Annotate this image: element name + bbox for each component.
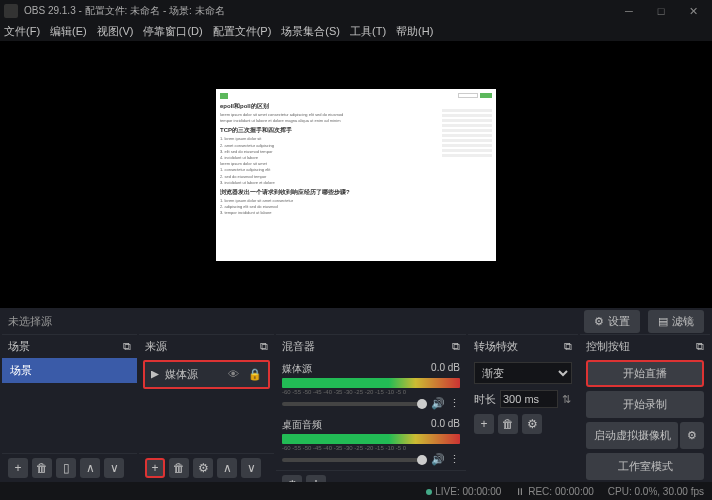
status-live: LIVE: 00:00:00 bbox=[426, 486, 501, 497]
volume-slider[interactable] bbox=[282, 402, 427, 406]
mixer-popout-icon[interactable]: ⧉ bbox=[452, 340, 460, 353]
virtual-camera-settings-button[interactable]: ⚙ bbox=[680, 422, 704, 449]
menu-profile[interactable]: 配置文件(P) bbox=[213, 24, 272, 39]
virtual-camera-button[interactable]: 启动虚拟摄像机 bbox=[586, 422, 678, 449]
preview-source[interactable]: epoll和poll的区别 lorem ipsum dolor sit amet… bbox=[216, 89, 496, 261]
close-button[interactable]: ✕ bbox=[686, 4, 700, 18]
minimize-button[interactable]: ─ bbox=[622, 4, 636, 18]
source-settings-button[interactable]: ⚙设置 bbox=[584, 310, 640, 333]
source-item[interactable]: 媒体源 👁 🔒 bbox=[143, 360, 270, 389]
source-properties-button[interactable]: ⚙ bbox=[193, 458, 213, 478]
transitions-title: 转场特效 bbox=[474, 339, 518, 354]
scenes-popout-icon[interactable]: ⧉ bbox=[123, 340, 131, 353]
scene-up-button[interactable]: ∧ bbox=[80, 458, 100, 478]
selection-label: 未选择源 bbox=[8, 314, 52, 329]
transition-settings-button[interactable]: ⚙ bbox=[522, 414, 542, 434]
mixer-channel: 桌面音频0.0 dB -60 -55 -50 -45 -40 -35 -30 -… bbox=[276, 414, 466, 470]
spinner-icon[interactable]: ⇅ bbox=[562, 393, 571, 406]
filter-icon: ▤ bbox=[658, 315, 668, 328]
mixer-meter bbox=[282, 378, 460, 388]
speaker-icon[interactable]: 🔊 bbox=[431, 453, 445, 466]
speaker-icon[interactable]: 🔊 bbox=[431, 397, 445, 410]
mixer-db: 0.0 dB bbox=[431, 418, 460, 432]
controls-title: 控制按钮 bbox=[586, 339, 630, 354]
controls-popout-icon[interactable]: ⧉ bbox=[696, 340, 704, 353]
scene-filter-button[interactable]: ▯ bbox=[56, 458, 76, 478]
status-rec: ⏸ REC: 00:00:00 bbox=[515, 486, 593, 497]
duration-input[interactable] bbox=[500, 390, 558, 408]
scenes-title: 场景 bbox=[8, 339, 30, 354]
mixer-menu-icon[interactable]: ⋮ bbox=[449, 397, 460, 410]
menu-file[interactable]: 文件(F) bbox=[4, 24, 40, 39]
menu-view[interactable]: 视图(V) bbox=[97, 24, 134, 39]
source-up-button[interactable]: ∧ bbox=[217, 458, 237, 478]
transition-type-select[interactable]: 渐变 bbox=[474, 362, 572, 384]
source-add-button[interactable]: + bbox=[145, 458, 165, 478]
source-name-label: 媒体源 bbox=[165, 367, 222, 382]
transition-add-button[interactable]: + bbox=[474, 414, 494, 434]
mixer-menu-icon[interactable]: ⋮ bbox=[449, 453, 460, 466]
volume-slider[interactable] bbox=[282, 458, 427, 462]
media-source-icon bbox=[151, 371, 159, 379]
sources-title: 来源 bbox=[145, 339, 167, 354]
scene-item[interactable]: 场景 bbox=[2, 358, 137, 383]
menu-edit[interactable]: 编辑(E) bbox=[50, 24, 87, 39]
menu-help[interactable]: 帮助(H) bbox=[396, 24, 433, 39]
source-filters-button[interactable]: ▤滤镜 bbox=[648, 310, 704, 333]
menu-dock[interactable]: 停靠窗口(D) bbox=[143, 24, 202, 39]
scene-add-button[interactable]: + bbox=[8, 458, 28, 478]
start-recording-button[interactable]: 开始录制 bbox=[586, 391, 704, 418]
mixer-title: 混音器 bbox=[282, 339, 315, 354]
gear-icon: ⚙ bbox=[594, 315, 604, 328]
preview-area[interactable]: epoll和poll的区别 lorem ipsum dolor sit amet… bbox=[0, 42, 712, 308]
lock-icon[interactable]: 🔒 bbox=[248, 368, 262, 382]
preview-heading-3: 浏览器发出一个请求到收到响应经历了哪些步骤? bbox=[220, 188, 492, 197]
transition-remove-button[interactable]: 🗑 bbox=[498, 414, 518, 434]
mixer-db: 0.0 dB bbox=[431, 362, 460, 376]
menu-scene-collection[interactable]: 场景集合(S) bbox=[281, 24, 340, 39]
maximize-button[interactable]: □ bbox=[654, 4, 668, 18]
source-down-button[interactable]: ∨ bbox=[241, 458, 261, 478]
mixer-channel: 媒体源0.0 dB -60 -55 -50 -45 -40 -35 -30 -2… bbox=[276, 358, 466, 414]
transitions-popout-icon[interactable]: ⧉ bbox=[564, 340, 572, 353]
mixer-meter bbox=[282, 434, 460, 444]
studio-mode-button[interactable]: 工作室模式 bbox=[586, 453, 704, 480]
mixer-name: 桌面音频 bbox=[282, 418, 322, 432]
start-streaming-button[interactable]: 开始直播 bbox=[586, 360, 704, 387]
app-icon bbox=[4, 4, 18, 18]
visibility-icon[interactable]: 👁 bbox=[228, 368, 242, 382]
scene-down-button[interactable]: ∨ bbox=[104, 458, 124, 478]
scene-remove-button[interactable]: 🗑 bbox=[32, 458, 52, 478]
mixer-name: 媒体源 bbox=[282, 362, 312, 376]
live-dot-icon bbox=[426, 489, 432, 495]
window-title: OBS 29.1.3 - 配置文件: 未命名 - 场景: 未命名 bbox=[24, 4, 622, 18]
duration-label: 时长 bbox=[474, 392, 496, 407]
source-remove-button[interactable]: 🗑 bbox=[169, 458, 189, 478]
menu-tools[interactable]: 工具(T) bbox=[350, 24, 386, 39]
sources-popout-icon[interactable]: ⧉ bbox=[260, 340, 268, 353]
status-cpu: CPU: 0.0%, 30.00 fps bbox=[608, 486, 704, 497]
